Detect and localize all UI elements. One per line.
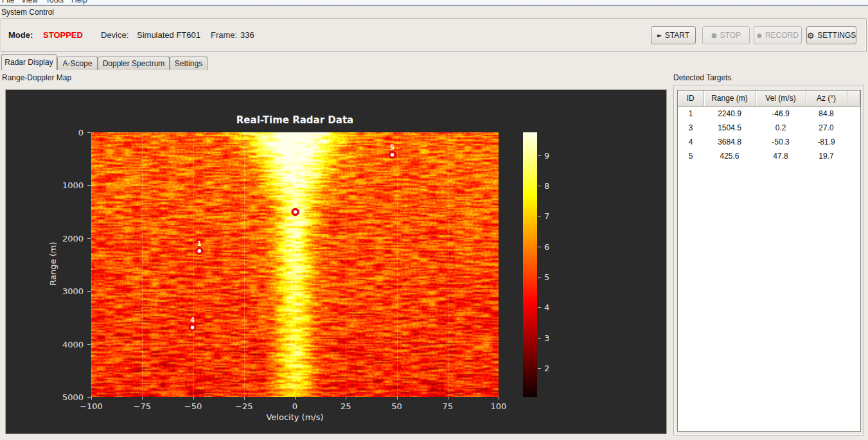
stop-icon: ■ (711, 33, 717, 39)
record-button: ● RECORD (754, 26, 802, 44)
table-cell: 3 (678, 121, 704, 135)
range-doppler-figure: Real-Time Radar Data Velocity (m/s) Rang… (5, 89, 667, 434)
stop-button-label: STOP (720, 31, 741, 40)
table-cell: -46.9 (756, 107, 806, 121)
table-cell: 4 (678, 135, 704, 149)
colorbar-tick-label: 7 (544, 211, 563, 221)
x-tick-mark (91, 397, 92, 400)
colorbar-tick-label: 5 (544, 272, 563, 282)
y-tick-mark (87, 344, 91, 345)
y-tick-mark (87, 291, 91, 292)
menu-item-file[interactable]: File (2, 0, 14, 4)
x-tick-mark (346, 397, 346, 400)
table-row[interactable]: 43684.8-50.3-81.9 (678, 135, 860, 149)
table-row[interactable]: 31504.50.227.0 (678, 121, 860, 135)
y-tick-mark (87, 397, 91, 398)
x-tick-label: −25 (224, 401, 265, 411)
colorbar-tick-mark (538, 247, 541, 247)
y-axis-label: Range (m) (48, 235, 58, 293)
device-value: Simulated FT601 (137, 30, 200, 40)
app-window: FileViewToolsHelp System Control Mode: S… (0, 0, 868, 440)
table-row[interactable]: 12240.9-46.984.8 (678, 107, 860, 121)
x-tick-mark (295, 397, 296, 400)
x-tick-mark (397, 397, 398, 400)
targets-table: IDRange (m)Vel (m/s)Az (°) 12240.9-46.98… (678, 91, 860, 163)
tab-a-scope[interactable]: A-Scope (57, 57, 98, 70)
table-cell-filler (847, 149, 860, 163)
start-button-label: START (665, 31, 689, 40)
y-tick-mark (87, 238, 91, 239)
y-tick-label: 5000 (45, 392, 84, 402)
column-header-range-m[interactable]: Range (m) (704, 91, 756, 107)
chart-title: Real-Time Radar Data (91, 114, 499, 126)
colorbar-tick-mark (538, 186, 541, 186)
colorbar-tick-label: 2 (544, 364, 563, 373)
device-label: Device: (101, 30, 128, 40)
range-doppler-map-label: Range-Doppler Map (2, 73, 71, 82)
table-cell-filler (847, 107, 860, 121)
table-cell: -81.9 (806, 135, 847, 149)
colorbar-tick-mark (538, 216, 541, 216)
x-tick-mark (448, 397, 448, 400)
column-header-id[interactable]: ID (678, 91, 704, 107)
table-cell: 5 (678, 149, 704, 163)
x-tick-label: 25 (325, 401, 366, 411)
x-tick-mark (244, 397, 245, 400)
menu-item-tools[interactable]: Tools (46, 0, 64, 4)
x-tick-label: −50 (173, 401, 214, 411)
table-cell: 27.0 (806, 121, 847, 135)
menu-item-view[interactable]: View (21, 0, 38, 4)
tab-radar-display[interactable]: Radar Display (1, 54, 57, 70)
x-tick-mark (193, 397, 194, 400)
table-cell: -50.3 (756, 135, 806, 149)
settings-button-label: SETTINGS (817, 31, 856, 40)
y-tick-mark (87, 132, 91, 133)
frame-value: 336 (240, 30, 254, 40)
system-control-group-label: System Control (1, 8, 54, 17)
y-tick-label: 2000 (45, 234, 84, 243)
settings-button[interactable]: ⚙ SETTINGS (806, 26, 856, 44)
colorbar-tick-label: 3 (544, 333, 563, 343)
x-tick-label: 75 (427, 401, 468, 411)
frame-label: Frame: (211, 30, 237, 40)
table-cell: 84.8 (806, 107, 847, 121)
mode-label: Mode: (8, 30, 33, 40)
mode-status-value: STOPPED (43, 30, 83, 40)
detected-targets-list[interactable]: IDRange (m)Vel (m/s)Az (°) 12240.9-46.98… (677, 90, 861, 432)
column-header-az[interactable]: Az (°) (806, 91, 847, 107)
start-button[interactable]: ► START (651, 26, 696, 44)
x-tick-label: 50 (376, 401, 418, 411)
tab-settings[interactable]: Settings (170, 57, 208, 70)
table-cell: 1504.5 (704, 121, 756, 135)
column-header-filler (847, 91, 860, 107)
x-tick-label: 100 (478, 401, 519, 411)
record-button-label: RECORD (765, 31, 799, 40)
table-cell: 425.6 (704, 149, 756, 163)
menu-item-help[interactable]: Help (71, 0, 87, 4)
table-cell: 3684.8 (704, 135, 756, 149)
colorbar-tick-label: 8 (544, 181, 563, 191)
tab-doppler-spectrum[interactable]: Doppler Spectrum (98, 57, 170, 70)
record-icon: ● (757, 33, 762, 39)
gear-icon: ⚙ (807, 31, 815, 40)
colorbar-tick-label: 6 (544, 242, 563, 252)
colorbar-tick-label: 4 (544, 303, 563, 312)
x-tick-mark (499, 397, 499, 400)
table-cell: 2240.9 (704, 107, 756, 121)
stop-button: ■ STOP (702, 26, 750, 44)
x-axis-label: Velocity (m/s) (91, 412, 499, 422)
colorbar-tick-mark (538, 368, 541, 369)
table-cell: 47.8 (756, 149, 806, 163)
y-tick-mark (87, 185, 91, 186)
menu-bar: FileViewToolsHelp (0, 0, 868, 6)
colorbar-tick-mark (538, 338, 541, 339)
colorbar (523, 132, 537, 397)
colorbar-tick-mark (538, 277, 541, 277)
x-tick-label: −100 (71, 401, 112, 411)
table-cell: 19.7 (806, 149, 847, 163)
y-tick-label: 4000 (45, 340, 84, 349)
column-header-vel-m-s[interactable]: Vel (m/s) (756, 91, 806, 107)
table-row[interactable]: 5425.647.819.7 (678, 149, 860, 163)
y-tick-label: 0 (45, 128, 84, 137)
table-cell: 1 (678, 107, 704, 121)
